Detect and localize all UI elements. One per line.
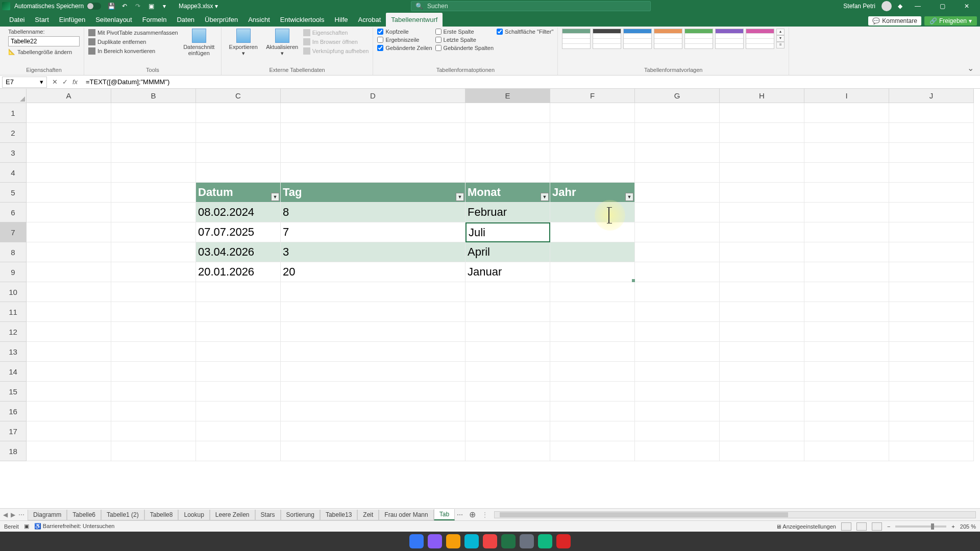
banded-rows-check[interactable]: Gebänderte Zeilen [377,45,432,51]
cell-D18[interactable] [281,441,465,461]
cell-G10[interactable] [635,282,720,302]
cell-G14[interactable] [635,362,720,382]
sheet-tab-leere-zeilen[interactable]: Leere Zeilen [210,510,255,520]
cell-J14[interactable] [889,362,974,382]
cell-A17[interactable] [27,421,111,441]
row-header-1[interactable]: 1 [0,103,27,123]
cell-F6[interactable] [550,203,635,222]
row-header-15[interactable]: 15 [0,382,27,402]
cell-E8[interactable]: April [465,242,550,262]
cell-A3[interactable] [27,143,111,163]
cell-J7[interactable] [889,222,974,242]
tab-seitenlayout[interactable]: Seitenlayout [90,13,137,27]
tab-tabellenentwurf[interactable]: Tabellenentwurf [386,13,443,27]
last-col-check[interactable]: Letzte Spalte [435,37,494,43]
tab-acrobat[interactable]: Acrobat [353,13,386,27]
cell-H15[interactable] [720,382,804,402]
tab-ansicht[interactable]: Ansicht [243,13,275,27]
cell-B8[interactable] [111,242,196,262]
cell-J10[interactable] [889,282,974,302]
styles-more-button[interactable]: ▴▾≡ [776,29,785,48]
cell-C12[interactable] [196,322,281,342]
taskbar-icon[interactable] [409,534,424,548]
cell-A12[interactable] [27,322,111,342]
cell-B11[interactable] [111,302,196,322]
cell-B2[interactable] [111,123,196,143]
cell-C5[interactable]: Datum▼ [196,183,281,203]
tab-formeln[interactable]: Formeln [137,13,172,27]
cell-C15[interactable] [196,382,281,402]
sheet-tab-diagramm[interactable]: Diagramm [28,510,67,520]
cell-C17[interactable] [196,421,281,441]
cell-D7[interactable]: 7 [281,222,465,242]
cell-J2[interactable] [889,123,974,143]
sheet-more-button[interactable]: ⋯ [18,511,24,518]
cell-D6[interactable]: 8 [281,203,465,222]
autosave-toggle[interactable]: Automatisches Speichern [14,3,101,10]
row-header-5[interactable]: 5 [0,183,27,203]
close-button[interactable]: ✕ [958,0,976,12]
cell-H10[interactable] [720,282,804,302]
col-header-C[interactable]: C [196,89,281,103]
cell-D16[interactable] [281,402,465,421]
cell-I15[interactable] [804,382,889,402]
cell-C10[interactable] [196,282,281,302]
toggle-off-icon[interactable] [87,3,101,10]
cell-G17[interactable] [635,421,720,441]
cell-E11[interactable] [465,302,550,322]
taskbar-icon[interactable] [556,534,571,548]
cell-A11[interactable] [27,302,111,322]
cell-G8[interactable] [635,242,720,262]
zoom-slider[interactable] [895,525,946,528]
cell-I18[interactable] [804,441,889,461]
row-header-8[interactable]: 8 [0,242,27,262]
sheet-tab-tab[interactable]: Tab [434,509,455,520]
avatar[interactable] [881,1,892,11]
cell-B10[interactable] [111,282,196,302]
cell-B13[interactable] [111,342,196,362]
taskbar-icon[interactable] [483,534,497,548]
cell-G15[interactable] [635,382,720,402]
cell-A9[interactable] [27,262,111,282]
cell-G3[interactable] [635,143,720,163]
filter-button[interactable]: ▼ [456,193,464,201]
filter-button[interactable]: ▼ [541,193,549,201]
cell-G13[interactable] [635,342,720,362]
cell-C4[interactable] [196,163,281,183]
col-header-E[interactable]: E [465,89,550,103]
cell-J5[interactable] [889,183,974,203]
view-normal-button[interactable] [841,522,851,531]
comments-button[interactable]: 💬 Kommentare [868,16,921,26]
cell-H13[interactable] [720,342,804,362]
convert-range-button[interactable]: In Bereich konvertieren [88,47,178,55]
cell-I4[interactable] [804,163,889,183]
cell-C16[interactable] [196,402,281,421]
taskbar-icon[interactable] [538,534,552,548]
cell-H9[interactable] [720,262,804,282]
cell-E7[interactable]: Juli⚡ [465,222,550,242]
zoom-out-button[interactable]: − [887,523,890,530]
filter-button[interactable]: ▼ [625,193,633,201]
col-header-H[interactable]: H [720,89,804,103]
cell-J4[interactable] [889,163,974,183]
cell-C3[interactable] [196,143,281,163]
cell-F12[interactable] [550,322,635,342]
cell-C8[interactable]: 03.04.2026 [196,242,281,262]
sheet-tab-zeit[interactable]: Zeit [357,510,379,520]
cell-F9[interactable] [550,262,635,282]
formula-input[interactable]: =TEXT([@Datum];"MMMM") [83,78,980,86]
cell-B12[interactable] [111,322,196,342]
cell-I1[interactable] [804,103,889,123]
cell-F8[interactable] [550,242,635,262]
col-header-B[interactable]: B [111,89,196,103]
cell-F1[interactable] [550,103,635,123]
filter-button-check[interactable]: Schaltfläche "Filter" [497,29,553,35]
cell-G7[interactable] [635,222,720,242]
sheet-tab-stars[interactable]: Stars [255,510,281,520]
cell-E10[interactable] [465,282,550,302]
cell-E5[interactable]: Monat▼ [465,183,550,203]
cell-G12[interactable] [635,322,720,342]
cell-A13[interactable] [27,342,111,362]
filter-button[interactable]: ▼ [271,193,279,201]
cell-F7[interactable] [550,222,635,242]
